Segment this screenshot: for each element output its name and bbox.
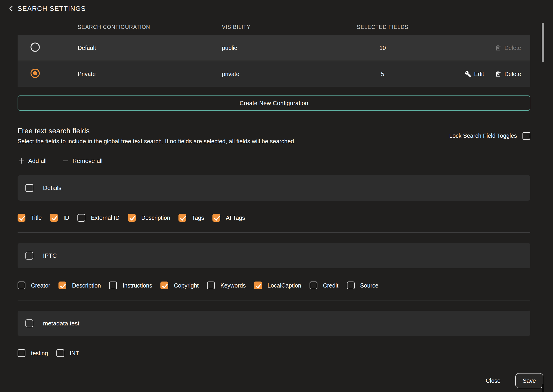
trash-icon	[495, 44, 502, 51]
field-toggle-instructions[interactable]: Instructions	[109, 281, 152, 289]
column-selected-fields: SELECTED FIELDS	[331, 24, 435, 30]
checkbox-title[interactable]	[18, 214, 25, 222]
add-all-button[interactable]: Add all	[18, 157, 47, 165]
checkbox-ai-tags[interactable]	[212, 214, 220, 222]
checkbox-id[interactable]	[50, 214, 58, 222]
field-toggle-id[interactable]: ID	[50, 214, 69, 222]
checkbox-int[interactable]	[56, 349, 64, 357]
field-label: LocalCaption	[267, 282, 301, 289]
page-title: SEARCH SETTINGS	[18, 5, 86, 13]
field-toggle-testing[interactable]: testing	[18, 349, 48, 357]
config-name: Default	[78, 45, 222, 51]
delete-label: Delete	[504, 71, 521, 77]
scrollbar-thumb[interactable]	[542, 23, 544, 63]
lock-search-field-toggles[interactable]: Lock Search Field Toggles	[449, 132, 530, 140]
field-label: testing	[31, 350, 48, 357]
radio-default-config[interactable]	[30, 42, 40, 52]
free-text-section-header: Free text search fields Select the field…	[18, 127, 530, 145]
header: SEARCH SETTINGS	[0, 0, 553, 13]
group-panel-details[interactable]: Details	[18, 175, 530, 201]
column-search-configuration: SEARCH CONFIGURATION	[78, 24, 222, 30]
bulk-actions: Add all Remove all	[18, 157, 530, 165]
divider	[18, 300, 530, 301]
field-label: Copyright	[174, 282, 199, 289]
field-label: INT	[70, 350, 79, 357]
field-toggle-localcaption[interactable]: LocalCaption	[254, 281, 301, 289]
field-toggle-keywords[interactable]: Keywords	[207, 281, 246, 289]
search-settings-dialog: SEARCH SETTINGS SEARCH CONFIGURATION VIS…	[0, 0, 553, 392]
plus-icon	[18, 157, 25, 165]
checkbox-external-id[interactable]	[77, 214, 85, 222]
delete-config-button[interactable]: Delete	[495, 44, 521, 51]
config-visibility: public	[222, 45, 331, 51]
lock-checkbox[interactable]	[523, 132, 530, 140]
remove-all-button[interactable]: Remove all	[62, 157, 103, 165]
save-button[interactable]: Save	[515, 373, 543, 388]
field-label: Tags	[192, 215, 204, 221]
checkbox-source[interactable]	[347, 281, 355, 289]
field-toggle-credit[interactable]: Credit	[309, 281, 338, 289]
group-checkbox-details[interactable]	[25, 184, 33, 192]
config-row-private[interactable]: Private private 5 Edit Delete	[18, 61, 530, 87]
field-label: Description	[141, 215, 170, 221]
checkbox-keywords[interactable]	[207, 281, 215, 289]
field-toggle-external-id[interactable]: External ID	[77, 214, 119, 222]
checkbox-creator[interactable]	[18, 281, 25, 289]
field-label: Keywords	[220, 282, 246, 289]
field-label: Creator	[31, 282, 50, 289]
checkbox-instructions[interactable]	[109, 281, 117, 289]
checkbox-description-iptc[interactable]	[58, 281, 66, 289]
dialog-footer: Close Save	[486, 373, 543, 388]
checkbox-credit[interactable]	[309, 281, 317, 289]
group-label: Details	[43, 184, 61, 192]
config-visibility: private	[222, 71, 331, 77]
chevron-left-icon	[7, 5, 15, 13]
delete-label: Delete	[504, 45, 521, 51]
field-toggle-description[interactable]: Description	[128, 214, 170, 222]
config-table-header: SEARCH CONFIGURATION VISIBILITY SELECTED…	[18, 19, 530, 35]
divider	[18, 232, 530, 233]
lock-label: Lock Search Field Toggles	[449, 133, 517, 139]
group-checkbox-iptc[interactable]	[25, 252, 33, 259]
radio-private-config[interactable]	[30, 69, 40, 78]
scrollbar-track-end	[542, 384, 544, 392]
field-toggle-description-iptc[interactable]: Description	[58, 281, 101, 289]
group-checkbox-metadata-test[interactable]	[25, 319, 33, 327]
section-title: Free text search fields	[18, 127, 296, 135]
edit-config-button[interactable]: Edit	[464, 70, 484, 77]
field-label: Source	[360, 282, 378, 289]
group-label: metadata test	[43, 320, 79, 327]
config-selected-count: 5	[331, 71, 435, 77]
wrench-icon	[464, 70, 471, 77]
edit-label: Edit	[474, 71, 484, 77]
field-toggle-creator[interactable]: Creator	[18, 281, 50, 289]
column-visibility: VISIBILITY	[222, 24, 331, 30]
field-label: External ID	[91, 215, 119, 221]
field-toggle-tags[interactable]: Tags	[178, 214, 204, 222]
checkbox-description[interactable]	[128, 214, 136, 222]
field-label: Instructions	[123, 282, 152, 289]
create-new-configuration-button[interactable]: Create New Configuration	[18, 95, 530, 111]
field-toggle-int[interactable]: INT	[56, 349, 79, 357]
close-button[interactable]: Close	[486, 378, 501, 384]
field-toggle-source[interactable]: Source	[347, 281, 378, 289]
field-toggle-ai-tags[interactable]: AI Tags	[212, 214, 245, 222]
checkbox-copyright[interactable]	[161, 281, 168, 289]
field-label: Description	[72, 282, 101, 289]
group-panel-metadata-test[interactable]: metadata test	[18, 311, 530, 336]
checkbox-tags[interactable]	[178, 214, 186, 222]
remove-all-label: Remove all	[73, 157, 103, 165]
checkbox-localcaption[interactable]	[254, 281, 262, 289]
config-selected-count: 10	[331, 45, 435, 51]
checkbox-testing[interactable]	[18, 349, 25, 357]
group-panel-iptc[interactable]: IPTC	[18, 243, 530, 268]
back-button[interactable]	[7, 4, 16, 13]
field-label: Credit	[323, 282, 338, 289]
config-row-default[interactable]: Default public 10 Delete	[18, 35, 530, 61]
trash-icon	[495, 70, 502, 77]
fields-iptc: Creator Description Instructions Copyrig…	[18, 281, 530, 289]
field-toggle-copyright[interactable]: Copyright	[161, 281, 199, 289]
delete-config-button[interactable]: Delete	[495, 70, 521, 77]
field-toggle-title[interactable]: Title	[18, 214, 42, 222]
field-label: ID	[63, 215, 69, 221]
